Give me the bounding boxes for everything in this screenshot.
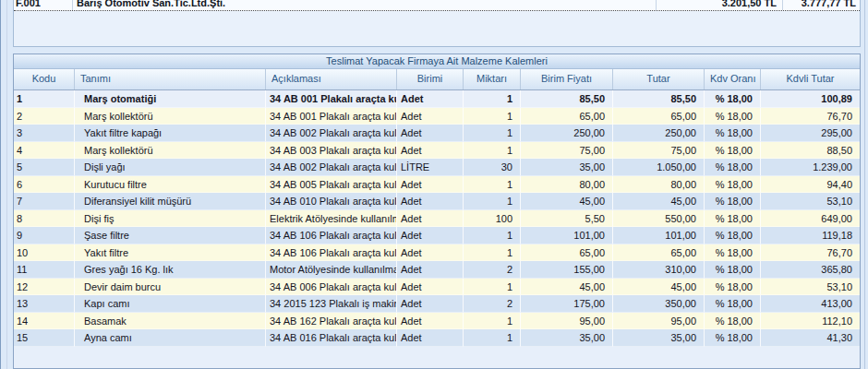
- column-header-miktari[interactable]: Miktarı: [464, 69, 521, 89]
- cell-birim-fiyati: 35,00: [521, 159, 613, 176]
- cell-kdvli-tutar: 295,00: [761, 125, 860, 142]
- cell-tutar: 250,00: [613, 125, 705, 142]
- cell-birim-fiyati: 65,00: [521, 108, 613, 125]
- cell-kdv-orani: % 18,00: [705, 244, 761, 262]
- cell-kdvli-tutar: 112,10: [761, 313, 860, 330]
- column-header-tanimi[interactable]: Tanımı: [75, 69, 266, 89]
- cell-miktari: 1: [464, 227, 521, 244]
- cell-kodu: 13: [14, 295, 75, 313]
- table-row[interactable]: 4Marş kollektörü34 AB 003 Plakalı araçta…: [14, 142, 860, 160]
- table-row[interactable]: 5Dişli yağı34 AB 002 Plakalı araçta kull…: [14, 159, 860, 176]
- cell-tutar: 85,50: [613, 90, 705, 108]
- cell-tutar: 310,00: [613, 261, 705, 279]
- cell-birimi: Adet: [397, 261, 464, 279]
- cell-tutar: 350,00: [613, 295, 705, 313]
- cell-aciklamasi: 34 AB 106 Plakalı araçta kulla: [266, 244, 397, 262]
- materials-grid: Teslimat Yapacak Firmaya Ait Malzeme Kal…: [13, 54, 861, 369]
- cell-kdvli-tutar: 41,30: [761, 329, 860, 347]
- table-row[interactable]: 10Yakıt filtre34 AB 106 Plakalı araçta k…: [14, 244, 860, 262]
- column-header-tutar[interactable]: Tutar: [613, 69, 705, 89]
- table-row[interactable]: 8Dişi fişElektrik Atölyesinde kullanılmA…: [14, 210, 860, 228]
- app-window: F.001 Barış Otomotiv San.Tic.Ltd.Şti. 3.…: [0, 0, 868, 369]
- cell-kodu: 9: [14, 227, 75, 244]
- grid-header: KoduTanımıAçıklamasıBirimiMiktarıBirim F…: [14, 69, 860, 90]
- cell-kodu: 3: [14, 125, 75, 142]
- cell-aciklamasi: Elektrik Atölyesinde kullanılm: [266, 210, 397, 228]
- cell-kdvli-tutar: 53,10: [761, 279, 860, 296]
- cell-aciklamasi: 34 AB 106 Plakalı araçta kulla: [266, 227, 397, 244]
- cell-kdvli-tutar: 649,00: [761, 210, 860, 228]
- cell-birim-fiyati: 35,00: [521, 329, 613, 347]
- cell-tutar: 1.050,00: [613, 159, 705, 176]
- cell-birim-fiyati: 45,00: [521, 279, 613, 296]
- cell-birimi: Adet: [397, 142, 464, 160]
- cell-miktari: 1: [464, 193, 521, 210]
- cell-kodu: 15: [14, 329, 75, 347]
- cell-birim-fiyati: 45,00: [521, 193, 613, 210]
- column-header-kdv-orani[interactable]: Kdv Oranı: [705, 69, 761, 89]
- cell-kdv-orani: % 18,00: [705, 261, 761, 279]
- cell-aciklamasi: 34 AB 005 Plakalı araçta kulla: [266, 176, 397, 194]
- grid-title: Teslimat Yapacak Firmaya Ait Malzeme Kal…: [14, 54, 860, 69]
- table-row[interactable]: 2Marş kollektörü34 AB 001 Plakalı araçta…: [14, 108, 860, 125]
- cell-birim-fiyati: 155,00: [521, 261, 613, 279]
- column-header-birimi[interactable]: Birimi: [397, 69, 464, 89]
- cell-aciklamasi: 34 AB 162 Plakalı araçta kulla: [266, 313, 397, 330]
- panel-left-border: [6, 0, 7, 369]
- cell-miktari: 30: [464, 159, 521, 176]
- cell-tutar: 101,00: [613, 227, 705, 244]
- table-row[interactable]: 12Devir daim burcu34 AB 006 Plakalı araç…: [14, 279, 860, 296]
- cell-kdv-orani: % 18,00: [705, 329, 761, 347]
- cell-birimi: Adet: [397, 210, 464, 228]
- firm-row[interactable]: F.001 Barış Otomotiv San.Tic.Ltd.Şti. 3.…: [14, 0, 860, 11]
- firms-grid: F.001 Barış Otomotiv San.Tic.Ltd.Şti. 3.…: [13, 0, 861, 47]
- cell-kodu: 4: [14, 142, 75, 160]
- cell-aciklamasi: 34 AB 006 Plakalı araçta kulla: [266, 279, 397, 296]
- cell-tutar: 65,00: [613, 108, 705, 125]
- table-row[interactable]: 1Marş otomatiği34 AB 001 Plakalı araçta …: [14, 90, 860, 108]
- cell-kdv-orani: % 18,00: [705, 295, 761, 313]
- cell-kdvli-tutar: 365,80: [761, 261, 860, 279]
- cell-miktari: 2: [464, 261, 521, 279]
- table-row[interactable]: 15Ayna camı34 AB 016 Plakalı araçta kull…: [14, 329, 860, 347]
- column-header-birim-fiyati[interactable]: Birim Fiyatı: [521, 69, 613, 89]
- cell-birim-fiyati: 5,50: [521, 210, 613, 228]
- firm-name-cell: Barış Otomotiv San.Tic.Ltd.Şti.: [73, 0, 657, 10]
- cell-miktari: 2: [464, 295, 521, 313]
- firm-code-cell: F.001: [14, 0, 73, 10]
- cell-kodu: 6: [14, 176, 75, 194]
- cell-birimi: Adet: [397, 193, 464, 210]
- cell-birimi: Adet: [397, 108, 464, 125]
- cell-kdv-orani: % 18,00: [705, 227, 761, 244]
- cell-aciklamasi: 34 AB 002 Plakalı araçta kulla: [266, 125, 397, 142]
- cell-aciklamasi: 34 AB 001 Plakalı araçta kulla: [266, 90, 397, 108]
- table-row[interactable]: 11Gres yağı 16 Kg. lıkMotor Atölyesinde …: [14, 261, 860, 279]
- cell-aciklamasi: 34 AB 010 Plakalı araçta kulla: [266, 193, 397, 210]
- cell-kdvli-tutar: 88,50: [761, 142, 860, 160]
- table-row[interactable]: 6Kurutucu filtre34 AB 005 Plakalı araçta…: [14, 176, 860, 194]
- cell-aciklamasi: 34 AB 016 Plakalı araçta kulla: [266, 329, 397, 347]
- cell-miktari: 1: [464, 279, 521, 296]
- cell-kdv-orani: % 18,00: [705, 90, 761, 108]
- grid-body: 1Marş otomatiği34 AB 001 Plakalı araçta …: [14, 90, 860, 347]
- cell-kdvli-tutar: 100,89: [761, 90, 860, 108]
- column-header-kodu[interactable]: Kodu: [14, 69, 75, 89]
- cell-birimi: Adet: [397, 227, 464, 244]
- cell-tanimi: Basamak: [75, 313, 266, 330]
- table-row[interactable]: 9Şase filtre34 AB 106 Plakalı araçta kul…: [14, 227, 860, 244]
- table-row[interactable]: 13Kapı camı34 2015 123 Plakalı iş makina…: [14, 295, 860, 313]
- cell-tanimi: Kurutucu filtre: [75, 176, 266, 194]
- table-row[interactable]: 3Yakıt filtre kapağı34 AB 002 Plakalı ar…: [14, 125, 860, 142]
- cell-kodu: 5: [14, 159, 75, 176]
- column-header-aciklamasi[interactable]: Açıklaması: [266, 69, 397, 89]
- cell-kdvli-tutar: 413,00: [761, 295, 860, 313]
- cell-tutar: 80,00: [613, 176, 705, 194]
- table-row[interactable]: 14Basamak34 AB 162 Plakalı araçta kullaA…: [14, 313, 860, 330]
- cell-tanimi: Yakıt filtre: [75, 244, 266, 262]
- cell-kdv-orani: % 18,00: [705, 313, 761, 330]
- column-header-kdvli-tutar[interactable]: Kdvli Tutar: [761, 69, 860, 89]
- cell-miktari: 1: [464, 90, 521, 108]
- cell-aciklamasi: Motor Atölyesinde kullanılma: [266, 261, 397, 279]
- cell-birimi: LİTRE: [397, 159, 464, 176]
- table-row[interactable]: 7Diferansiyel kilit müşürü34 AB 010 Plak…: [14, 193, 860, 210]
